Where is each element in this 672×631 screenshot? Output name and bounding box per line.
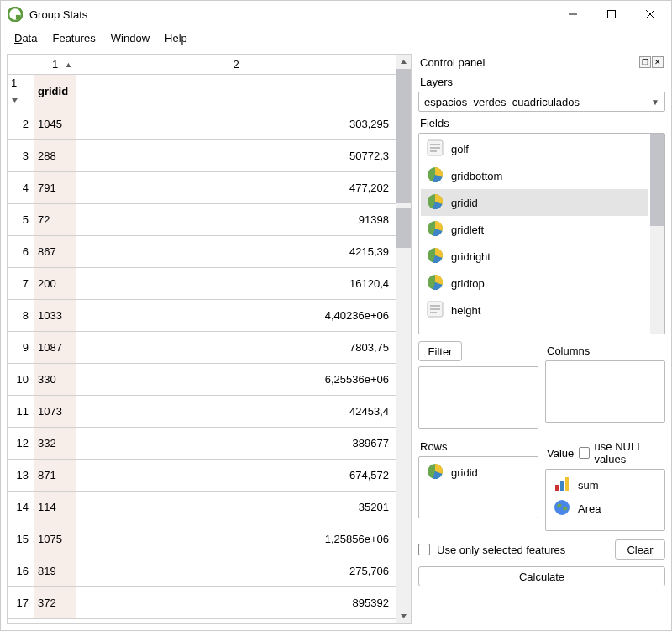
scroll-thumb[interactable]: [396, 208, 411, 248]
table-row[interactable]: 57291398: [8, 204, 396, 236]
scroll-down-icon[interactable]: [396, 609, 411, 623]
table-row[interactable]: 720016120,4: [8, 268, 396, 300]
table-row[interactable]: 810334,40236e+06: [8, 300, 396, 332]
row-number[interactable]: 5: [8, 204, 34, 235]
table-row[interactable]: 21045303,295: [8, 108, 396, 140]
cell-gridid[interactable]: gridid: [34, 75, 76, 108]
row-number[interactable]: 3: [8, 140, 34, 171]
table-row[interactable]: 103306,25536e+06: [8, 364, 396, 396]
table-row[interactable]: 910877803,75: [8, 332, 396, 364]
field-item-gridright[interactable]: gridright: [421, 243, 648, 270]
column-header-2[interactable]: 2: [76, 55, 396, 74]
rows-item-gridid[interactable]: gridid: [423, 460, 534, 484]
column-header-1[interactable]: 1 ▲: [34, 55, 76, 74]
cell-gridid[interactable]: 1073: [34, 396, 76, 427]
cell-value[interactable]: 4215,39: [76, 236, 396, 267]
clear-button[interactable]: Clear: [615, 539, 665, 560]
row-number[interactable]: 16: [8, 555, 34, 586]
table-row[interactable]: 1510751,25856e+06: [8, 523, 396, 555]
cell-value[interactable]: 91398: [76, 204, 396, 235]
cell-value[interactable]: [76, 75, 396, 108]
use-null-checkbox[interactable]: [579, 447, 589, 459]
table-row[interactable]: 68674215,39: [8, 236, 396, 268]
close-button[interactable]: [631, 1, 669, 28]
row-number[interactable]: 9: [8, 332, 34, 363]
cell-value[interactable]: 6,25536e+06: [76, 364, 396, 395]
field-item-gridleft[interactable]: gridleft: [421, 216, 648, 243]
layers-dropdown[interactable]: espacios_verdes_cuadriculados ▼: [418, 92, 665, 112]
value-box[interactable]: sumArea: [545, 469, 665, 531]
menu-help[interactable]: Help: [158, 30, 194, 46]
table-scrollbar[interactable]: [396, 55, 411, 623]
field-item-height[interactable]: height: [421, 297, 648, 323]
scroll-thumb[interactable]: [650, 134, 664, 226]
table-row[interactable]: 16819275,706: [8, 555, 396, 587]
table-row[interactable]: 1gridid: [8, 75, 396, 108]
cell-gridid[interactable]: 114: [34, 492, 76, 523]
fields-list[interactable]: golfgridbottomgrididgridleftgridrightgri…: [419, 134, 650, 334]
row-number[interactable]: 13: [8, 460, 34, 491]
menu-features[interactable]: Features: [45, 30, 102, 46]
minimize-button[interactable]: [554, 1, 592, 28]
cell-gridid[interactable]: 330: [34, 364, 76, 395]
results-table[interactable]: 1 ▲ 2 1gridid21045303,295328850772,34791…: [8, 55, 396, 623]
cell-value[interactable]: 7803,75: [76, 332, 396, 363]
row-number[interactable]: 7: [8, 268, 34, 299]
table-row[interactable]: 1411435201: [8, 492, 396, 523]
table-row[interactable]: 13871674,572: [8, 460, 396, 492]
use-selected-checkbox[interactable]: [418, 544, 430, 555]
cell-value[interactable]: 303,295: [76, 108, 396, 139]
field-item-gridbottom[interactable]: gridbottom: [421, 162, 648, 189]
maximize-button[interactable]: [592, 1, 631, 28]
fields-scrollbar[interactable]: [650, 134, 664, 334]
panel-close-button[interactable]: ✕: [652, 56, 664, 68]
row-number[interactable]: 6: [8, 236, 34, 267]
cell-value[interactable]: 275,706: [76, 555, 396, 586]
row-number[interactable]: 12: [8, 428, 34, 459]
cell-gridid[interactable]: 288: [34, 140, 76, 171]
row-number[interactable]: 11: [8, 396, 34, 427]
row-number[interactable]: 2: [8, 108, 34, 139]
cell-value[interactable]: 1,25856e+06: [76, 523, 396, 555]
cell-gridid[interactable]: 1045: [34, 108, 76, 139]
table-row[interactable]: 328850772,3: [8, 140, 396, 172]
table-row[interactable]: 4791477,202: [8, 172, 396, 204]
cell-gridid[interactable]: 72: [34, 204, 76, 235]
menu-window[interactable]: Window: [104, 30, 156, 46]
cell-gridid[interactable]: 871: [34, 460, 76, 491]
cell-gridid[interactable]: 791: [34, 172, 76, 203]
row-number[interactable]: 1: [8, 75, 34, 108]
field-item-golf[interactable]: golf: [421, 135, 648, 162]
value-item-Area[interactable]: Area: [549, 497, 661, 520]
table-row[interactable]: 11107342453,4: [8, 396, 396, 428]
cell-gridid[interactable]: 1087: [34, 332, 76, 363]
cell-value[interactable]: 42453,4: [76, 396, 396, 427]
table-row[interactable]: 17372895392: [8, 587, 396, 619]
rows-box[interactable]: gridid: [418, 456, 538, 518]
cell-gridid[interactable]: 200: [34, 268, 76, 299]
cell-gridid[interactable]: 332: [34, 428, 76, 459]
cell-value[interactable]: 389677: [76, 428, 396, 459]
calculate-button[interactable]: Calculate: [418, 566, 665, 586]
cell-gridid[interactable]: 1075: [34, 523, 76, 555]
cell-value[interactable]: 35201: [76, 492, 396, 523]
panel-undock-button[interactable]: ❐: [639, 56, 651, 68]
cell-value[interactable]: 477,202: [76, 172, 396, 203]
cell-gridid[interactable]: 372: [34, 587, 76, 618]
row-number[interactable]: 8: [8, 300, 34, 331]
field-item-gridid[interactable]: gridid: [421, 189, 648, 216]
value-item-sum[interactable]: sum: [549, 473, 661, 497]
scroll-up-icon[interactable]: [396, 55, 411, 69]
columns-box[interactable]: [545, 360, 665, 423]
scroll-thumb[interactable]: [396, 69, 411, 203]
filter-button[interactable]: Filter: [418, 341, 462, 361]
row-number[interactable]: 17: [8, 587, 34, 618]
row-number[interactable]: 4: [8, 172, 34, 203]
menu-data[interactable]: Data: [8, 30, 44, 46]
cell-value[interactable]: 895392: [76, 587, 396, 618]
cell-value[interactable]: 50772,3: [76, 140, 396, 171]
row-number[interactable]: 15: [8, 523, 34, 555]
filter-box[interactable]: [418, 366, 538, 429]
cell-value[interactable]: 674,572: [76, 460, 396, 491]
row-number[interactable]: 14: [8, 492, 34, 523]
